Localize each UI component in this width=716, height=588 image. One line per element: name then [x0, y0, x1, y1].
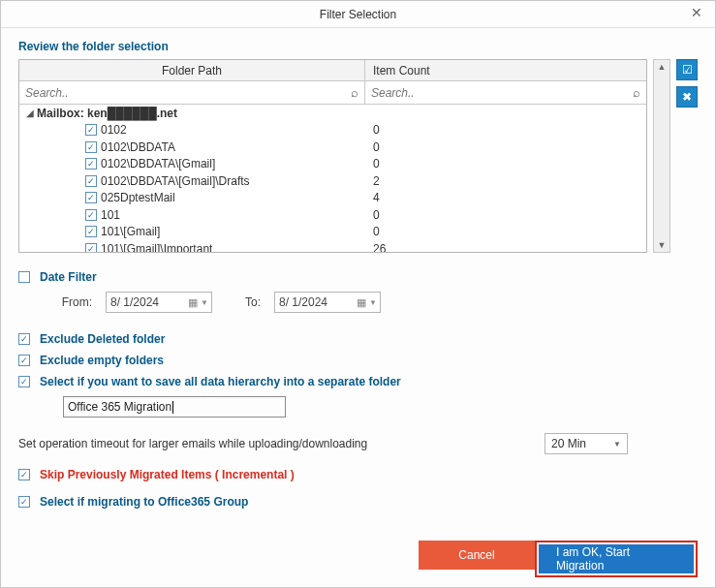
- row-checkbox[interactable]: ✓: [85, 192, 97, 203]
- uncheck-all-icon: ✖: [682, 90, 692, 104]
- skip-migrated-checkbox[interactable]: ✓: [18, 469, 30, 480]
- folder-name: 0102\DBDATA: [101, 140, 175, 154]
- from-label: From:: [57, 295, 92, 309]
- dialog-footer: Cancel I am OK, Start Migration: [18, 533, 698, 577]
- timeout-label: Set operation timeout for larger emails …: [18, 437, 367, 450]
- row-checkbox[interactable]: ✓: [85, 124, 97, 136]
- office-group-label: Select if migrating to Office365 Group: [40, 495, 248, 509]
- folder-name: 0102: [101, 123, 127, 137]
- close-icon: ✕: [691, 5, 702, 20]
- titlebar: Filter Selection ✕: [1, 1, 715, 28]
- timeout-value: 20 Min: [551, 437, 586, 450]
- review-label: Review the folder selection: [18, 40, 698, 53]
- date-filter-option: ✓ Date Filter: [18, 270, 698, 284]
- folder-search-input[interactable]: [25, 86, 339, 100]
- row-checkbox[interactable]: ✓: [85, 226, 97, 237]
- exclude-deleted-label: Exclude Deleted folder: [40, 332, 165, 346]
- item-count: 0: [365, 157, 646, 170]
- table-row[interactable]: ✓025DptestMail4: [19, 190, 646, 207]
- table-row[interactable]: ✓1010: [19, 206, 646, 224]
- dialog-title: Filter Selection: [320, 8, 396, 21]
- folder-name: 101\[Gmail]\Important: [101, 242, 212, 252]
- row-checkbox[interactable]: ✓: [85, 209, 97, 221]
- row-checkbox[interactable]: ✓: [85, 158, 97, 170]
- table-row[interactable]: ✓01020: [19, 122, 646, 139]
- exclude-empty-option: ✓ Exclude empty folders: [18, 354, 698, 367]
- search-icon[interactable]: ⌕: [633, 85, 640, 100]
- folder-name: 0102\DBDATA\[Gmail]: [101, 157, 215, 170]
- filter-selection-dialog: Filter Selection ✕ Review the folder sel…: [0, 0, 716, 588]
- dialog-content: Review the folder selection Folder Path …: [1, 28, 715, 587]
- start-migration-button[interactable]: I am OK, Start Migration: [539, 544, 694, 573]
- row-checkbox[interactable]: ✓: [85, 175, 97, 187]
- chevron-down-icon: ▼: [369, 298, 377, 307]
- table-row[interactable]: ✓0102\DBDATA\[Gmail]0: [19, 156, 646, 173]
- collapse-icon[interactable]: ◢: [25, 108, 35, 118]
- close-button[interactable]: ✕: [684, 3, 709, 22]
- check-all-icon: ☑: [682, 63, 693, 77]
- side-buttons: ☑ ✖: [676, 59, 698, 108]
- scroll-down-icon[interactable]: ▼: [658, 240, 667, 250]
- search-folder-cell: ⌕: [19, 81, 365, 104]
- from-date-value: 8/ 1/2024: [110, 295, 159, 309]
- item-count: 0: [365, 123, 646, 137]
- mailbox-row[interactable]: ◢ Mailbox: ken██████.net: [19, 105, 646, 122]
- item-count: 26: [365, 242, 646, 252]
- count-search-input[interactable]: [371, 86, 621, 100]
- date-filter-label: Date Filter: [40, 270, 97, 284]
- save-hierarchy-checkbox[interactable]: ✓: [18, 376, 30, 387]
- column-folder-path[interactable]: Folder Path: [19, 60, 365, 80]
- table-row[interactable]: ✓0102\DBDATA0: [19, 139, 646, 156]
- check-all-button[interactable]: ☑: [676, 59, 698, 80]
- date-filter-checkbox[interactable]: ✓: [18, 271, 30, 283]
- item-count: 0: [365, 208, 646, 222]
- to-label: To:: [226, 295, 261, 309]
- search-count-cell: ⌕: [365, 81, 646, 104]
- grid-header: Folder Path Item Count: [19, 60, 646, 81]
- chevron-down-icon: ▼: [613, 440, 621, 449]
- save-hierarchy-option: ✓ Select if you want to save all data hi…: [18, 375, 698, 388]
- folder-name: 0102\DBDATA\[Gmail]\Drafts: [101, 174, 250, 188]
- office-group-checkbox[interactable]: ✓: [18, 496, 30, 508]
- scroll-up-icon[interactable]: ▲: [658, 62, 667, 72]
- office-group-option: ✓ Select if migrating to Office365 Group: [18, 495, 698, 509]
- column-item-count[interactable]: Item Count: [365, 60, 646, 80]
- exclude-deleted-option: ✓ Exclude Deleted folder: [18, 332, 698, 346]
- exclude-deleted-checkbox[interactable]: ✓: [18, 333, 30, 345]
- skip-migrated-label: Skip Previously Migrated Items ( Increme…: [40, 468, 295, 481]
- cancel-button[interactable]: Cancel: [419, 541, 535, 570]
- exclude-empty-checkbox[interactable]: ✓: [18, 355, 30, 366]
- vertical-scrollbar[interactable]: ▲ ▼: [653, 59, 670, 253]
- table-row[interactable]: ✓0102\DBDATA\[Gmail]\Drafts2: [19, 172, 646, 190]
- text-caret: [172, 401, 173, 414]
- search-icon[interactable]: ⌕: [351, 85, 358, 100]
- calendar-icon: ▦: [357, 296, 366, 309]
- folder-grid: Folder Path Item Count ⌕ ⌕: [18, 59, 647, 253]
- to-date-value: 8/ 1/2024: [279, 295, 327, 309]
- grid-body[interactable]: ◢ Mailbox: ken██████.net ✓01020✓0102\DBD…: [19, 105, 646, 252]
- to-date-input[interactable]: 8/ 1/2024 ▦ ▼: [274, 292, 381, 313]
- row-checkbox[interactable]: ✓: [85, 141, 97, 153]
- hierarchy-folder-value: Office 365 Migration: [68, 400, 171, 414]
- calendar-icon: ▦: [188, 296, 198, 309]
- row-checkbox[interactable]: ✓: [85, 243, 97, 252]
- from-date-input[interactable]: 8/ 1/2024 ▦ ▼: [106, 292, 212, 313]
- skip-migrated-option: ✓ Skip Previously Migrated Items ( Incre…: [18, 468, 698, 481]
- folder-grid-area: Folder Path Item Count ⌕ ⌕: [18, 59, 698, 253]
- timeout-row: Set operation timeout for larger emails …: [18, 433, 698, 454]
- timeout-select[interactable]: 20 Min ▼: [545, 433, 628, 454]
- chevron-down-icon: ▼: [201, 298, 208, 307]
- item-count: 2: [365, 174, 646, 188]
- uncheck-all-button[interactable]: ✖: [676, 86, 698, 108]
- folder-name: 025DptestMail: [101, 191, 175, 204]
- mailbox-label: Mailbox: ken██████.net: [37, 107, 177, 120]
- date-range-row: From: 8/ 1/2024 ▦ ▼ To: 8/ 1/2024 ▦ ▼: [18, 292, 698, 313]
- hierarchy-folder-input[interactable]: Office 365 Migration: [63, 396, 286, 418]
- item-count: 0: [365, 225, 646, 238]
- item-count: 4: [365, 191, 646, 204]
- folder-name: 101\[Gmail]: [101, 225, 160, 238]
- table-row[interactable]: ✓101\[Gmail]0: [19, 224, 646, 241]
- table-row[interactable]: ✓101\[Gmail]\Important26: [19, 240, 646, 252]
- folder-name: 101: [101, 208, 120, 222]
- exclude-empty-label: Exclude empty folders: [40, 354, 164, 367]
